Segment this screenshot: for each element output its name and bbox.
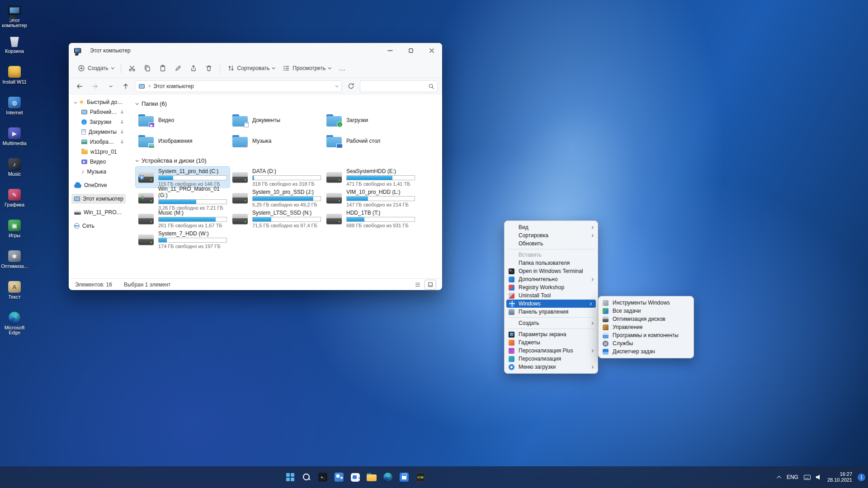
sidebar-item-quick-access[interactable]: ★ Быстрый доступ: [71, 97, 126, 107]
sidebar-item-desktop[interactable]: Рабочий стол: [71, 107, 126, 117]
drive-tile-d[interactable]: DATA (D:) 318 ГБ свободно из 318 ГБ: [230, 167, 324, 188]
drive-tile-t[interactable]: HDD_1TB (T:) 688 ГБ свободно из 931 ГБ: [324, 208, 418, 229]
touch-keyboard-icon[interactable]: [804, 475, 811, 480]
rename-button[interactable]: [171, 62, 185, 75]
desktop-icon-text[interactable]: А Текст: [0, 278, 29, 309]
submenu-item-services[interactable]: Службы: [599, 339, 693, 347]
sidebar-item-documents[interactable]: Документы: [71, 127, 126, 137]
taskbar-explorer-button[interactable]: [363, 468, 380, 486]
taskbar-vim-button[interactable]: VIM: [412, 468, 429, 486]
start-button[interactable]: [282, 468, 298, 486]
drive-tile-g[interactable]: ⇣ Win_11_PRO_Matros_01 (G:) 3,26 ГБ своб…: [136, 188, 230, 208]
desktop-icon-music[interactable]: ♪ Music: [0, 155, 29, 186]
sidebar-item-this-pc[interactable]: Этот компьютер: [71, 194, 126, 204]
context-menu-item-sort[interactable]: Сортировка: [505, 231, 598, 239]
desktop-icon-internet[interactable]: ◍ Internet: [0, 94, 29, 125]
folder-tile-music[interactable]: ♪ Музыка: [230, 131, 324, 151]
context-menu-item-user-folder[interactable]: Папка пользователя: [505, 259, 598, 267]
new-button[interactable]: Создать: [74, 62, 117, 75]
context-menu-item-create[interactable]: Создать: [505, 319, 598, 327]
language-indicator[interactable]: ENG: [787, 474, 798, 480]
drive-tile-w[interactable]: System_7_HDD (W:) 174 ГБ свободно из 197…: [136, 229, 230, 250]
drive-tile-n[interactable]: System_LTSC_SSD (N:) 71,5 ГБ свободно из…: [230, 208, 324, 229]
context-menu-item-gadgets[interactable]: Гаджеты: [505, 338, 598, 347]
collapse-chevron-icon[interactable]: [136, 159, 139, 162]
drive-tile-e[interactable]: SeaSystemHDD (E:) 471 ГБ свободно из 1,4…: [324, 167, 418, 188]
context-menu-item-display-settings[interactable]: Параметры экрана: [505, 330, 598, 338]
forward-button[interactable]: [89, 80, 101, 93]
desktop-icon-recycle-bin[interactable]: Корзина: [0, 33, 29, 63]
context-menu-item-registry-workshop[interactable]: Registry Workshop: [505, 283, 598, 291]
collapse-chevron-icon[interactable]: [136, 102, 139, 105]
minimize-button[interactable]: [380, 43, 401, 58]
folder-tile-desktop[interactable]: Рабочий стол: [324, 131, 418, 151]
notification-badge[interactable]: 1: [858, 474, 865, 481]
context-menu-item-control-panel[interactable]: Панель управления: [505, 308, 598, 316]
submenu-item-programs-features[interactable]: Программы и компоненты: [599, 331, 693, 339]
copy-button[interactable]: [140, 62, 155, 75]
drive-tile-m[interactable]: Music (M:) 261 ГБ свободно из 1,67 ТБ: [136, 208, 230, 229]
taskbar-terminal-button[interactable]: >_: [315, 468, 331, 486]
volume-icon[interactable]: [816, 474, 822, 480]
maximize-button[interactable]: [401, 43, 421, 58]
view-button[interactable]: Просмотреть: [279, 62, 334, 75]
context-menu-item-uninstall-tool[interactable]: Uninstall Tool: [505, 291, 598, 300]
up-button[interactable]: [119, 80, 132, 93]
close-button[interactable]: [421, 43, 442, 58]
delete-button[interactable]: [202, 62, 216, 75]
sidebar-item-w11pro-folder[interactable]: w11pro_01: [71, 147, 126, 157]
folder-tile-documents[interactable]: Документы: [230, 110, 324, 131]
drive-tile-c[interactable]: System_11_pro_hdd (C:) 115 ГБ свободно и…: [136, 167, 230, 188]
submenu-item-all-tasks[interactable]: Все задачи: [599, 307, 693, 315]
share-button[interactable]: [186, 62, 201, 75]
submenu-item-disk-optimization[interactable]: Оптимизация дисков: [599, 315, 693, 323]
details-view-button[interactable]: [412, 280, 423, 289]
desktop-icon-this-pc[interactable]: Этот компьютер: [0, 2, 29, 33]
submenu-item-management[interactable]: Управление: [599, 323, 693, 331]
folder-tile-pictures[interactable]: Изображения: [136, 131, 230, 151]
taskbar-store-button[interactable]: [396, 468, 412, 486]
sidebar-item-onedrive[interactable]: OneDrive: [71, 180, 126, 190]
context-menu-item-windows[interactable]: Windows: [506, 300, 596, 308]
sidebar-item-music[interactable]: ♪ Музыка: [71, 167, 126, 177]
taskbar-chat-button[interactable]: [347, 468, 363, 486]
desktop-icon-edge[interactable]: Microsoft Edge: [0, 309, 29, 340]
context-menu-item-personalization[interactable]: Персонализация: [505, 355, 598, 363]
breadcrumb[interactable]: Этот компьютер: [135, 80, 342, 92]
hidden-icons-chevron[interactable]: [777, 475, 781, 480]
context-menu-item-refresh[interactable]: Обновить: [505, 239, 598, 248]
desktop-icon-optimization[interactable]: ✱ Оптимиза...: [0, 248, 29, 278]
drive-tile-l[interactable]: VIM_10_pro_HDD (L:) 147 ГБ свободно из 2…: [324, 188, 418, 208]
cut-button[interactable]: [125, 62, 139, 75]
desktop-icon-games[interactable]: ▣ Игры: [0, 217, 29, 248]
sidebar-item-usb-drive[interactable]: Win_11_PRO_Matros: [71, 207, 126, 217]
taskbar-widgets-button[interactable]: [331, 468, 347, 486]
submenu-item-task-manager[interactable]: Диспетчер задач: [599, 347, 693, 356]
folder-tile-downloads[interactable]: ↓ Загрузки: [324, 110, 418, 131]
sidebar-item-videos[interactable]: ▶ Видео: [71, 157, 126, 167]
desktop-icon-install-w11[interactable]: Install W11: [0, 63, 29, 94]
paste-button[interactable]: [156, 62, 170, 75]
sidebar-item-pictures[interactable]: Изображения: [71, 137, 126, 147]
context-menu-item-view[interactable]: Вид: [505, 223, 598, 231]
context-menu-item-advanced[interactable]: Дополнительно: [505, 275, 598, 283]
recent-locations-button[interactable]: [104, 80, 117, 93]
clock[interactable]: 16:27 28.10.2021: [827, 471, 852, 483]
search-input[interactable]: [360, 80, 438, 92]
taskbar-edge-button[interactable]: [380, 468, 396, 486]
large-icons-view-button[interactable]: [425, 280, 436, 289]
context-menu-item-boot-menu[interactable]: Меню загрузки: [505, 363, 598, 371]
folder-tile-videos[interactable]: ▶ Видео: [136, 110, 230, 131]
submenu-item-windows-tools[interactable]: Инструменты Windows: [599, 299, 693, 307]
more-options-button[interactable]: …: [335, 64, 349, 72]
drive-tile-j[interactable]: System_10_pro_SSD (J:) 5,25 ГБ свободно …: [230, 188, 324, 208]
context-menu-item-open-terminal[interactable]: Open in Windows Terminal: [505, 267, 598, 275]
context-menu-item-personalization-plus[interactable]: Персонализация Plus: [505, 347, 598, 355]
desktop-icon-graphics[interactable]: ✎ Графика: [0, 186, 29, 217]
title-bar[interactable]: Этот компьютер: [69, 43, 442, 58]
taskbar-search-button[interactable]: [298, 468, 315, 486]
back-button[interactable]: [73, 80, 86, 93]
sidebar-item-network[interactable]: Сеть: [71, 221, 126, 231]
sort-button[interactable]: Сортировать: [224, 62, 278, 75]
desktop-icon-multimedia[interactable]: ▶ Multimedia: [0, 125, 29, 155]
